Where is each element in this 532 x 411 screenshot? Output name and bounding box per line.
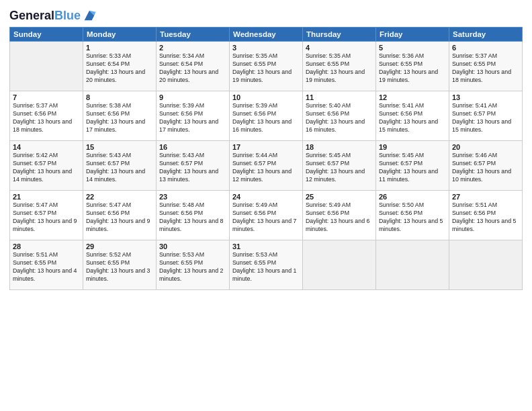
cell-sunrise: Sunrise: 5:39 AMSunset: 6:56 PMDaylight:… bbox=[232, 102, 292, 133]
cell-sunrise: Sunrise: 5:51 AMSunset: 6:56 PMDaylight:… bbox=[452, 201, 516, 232]
cell-sunrise: Sunrise: 5:47 AMSunset: 6:57 PMDaylight:… bbox=[13, 201, 77, 232]
day-number: 14 bbox=[13, 143, 80, 151]
calendar-cell: 11Sunrise: 5:40 AMSunset: 6:56 PMDayligh… bbox=[303, 91, 376, 141]
cell-sunrise: Sunrise: 5:52 AMSunset: 6:55 PMDaylight:… bbox=[86, 251, 150, 282]
day-header-monday: Monday bbox=[83, 28, 157, 42]
calendar-cell: 31Sunrise: 5:53 AMSunset: 6:55 PMDayligh… bbox=[230, 240, 303, 290]
day-number: 21 bbox=[13, 193, 80, 201]
day-header-thursday: Thursday bbox=[303, 28, 376, 42]
day-number: 19 bbox=[379, 143, 446, 151]
calendar-cell: 10Sunrise: 5:39 AMSunset: 6:56 PMDayligh… bbox=[230, 91, 303, 141]
cell-sunrise: Sunrise: 5:37 AMSunset: 6:56 PMDaylight:… bbox=[13, 102, 72, 133]
logo: GeneralBlue bbox=[9, 9, 97, 23]
cell-sunrise: Sunrise: 5:36 AMSunset: 6:55 PMDaylight:… bbox=[379, 52, 438, 83]
calendar-week-row: 1Sunrise: 5:33 AMSunset: 6:54 PMDaylight… bbox=[10, 42, 523, 91]
calendar-cell: 23Sunrise: 5:48 AMSunset: 6:56 PMDayligh… bbox=[157, 191, 230, 240]
calendar-cell: 3Sunrise: 5:35 AMSunset: 6:55 PMDaylight… bbox=[230, 42, 303, 91]
day-number: 28 bbox=[13, 242, 80, 250]
cell-sunrise: Sunrise: 5:45 AMSunset: 6:57 PMDaylight:… bbox=[379, 152, 438, 183]
cell-sunrise: Sunrise: 5:49 AMSunset: 6:56 PMDaylight:… bbox=[232, 201, 296, 232]
calendar-cell bbox=[303, 240, 376, 290]
day-number: 1 bbox=[86, 44, 153, 52]
cell-sunrise: Sunrise: 5:43 AMSunset: 6:57 PMDaylight:… bbox=[86, 152, 145, 183]
calendar-cell: 6Sunrise: 5:37 AMSunset: 6:55 PMDaylight… bbox=[449, 42, 523, 91]
calendar-cell: 22Sunrise: 5:47 AMSunset: 6:56 PMDayligh… bbox=[83, 191, 157, 240]
calendar-cell: 20Sunrise: 5:46 AMSunset: 6:57 PMDayligh… bbox=[449, 141, 523, 191]
calendar-cell: 1Sunrise: 5:33 AMSunset: 6:54 PMDaylight… bbox=[83, 42, 157, 91]
calendar-cell: 27Sunrise: 5:51 AMSunset: 6:56 PMDayligh… bbox=[449, 191, 523, 240]
cell-sunrise: Sunrise: 5:35 AMSunset: 6:55 PMDaylight:… bbox=[232, 52, 292, 83]
day-number: 11 bbox=[306, 93, 373, 101]
cell-sunrise: Sunrise: 5:33 AMSunset: 6:54 PMDaylight:… bbox=[86, 52, 145, 83]
day-number: 27 bbox=[452, 193, 519, 201]
cell-sunrise: Sunrise: 5:49 AMSunset: 6:56 PMDaylight:… bbox=[306, 201, 369, 232]
day-number: 29 bbox=[86, 242, 153, 250]
calendar-cell bbox=[376, 240, 449, 290]
cell-sunrise: Sunrise: 5:41 AMSunset: 6:57 PMDaylight:… bbox=[452, 102, 511, 133]
calendar-cell: 24Sunrise: 5:49 AMSunset: 6:56 PMDayligh… bbox=[230, 191, 303, 240]
day-number: 5 bbox=[379, 44, 446, 52]
cell-sunrise: Sunrise: 5:43 AMSunset: 6:57 PMDaylight:… bbox=[159, 152, 218, 183]
day-number: 23 bbox=[159, 193, 226, 201]
page-container: GeneralBlue SundayMondayTuesdayWednesday… bbox=[0, 0, 532, 297]
day-header-wednesday: Wednesday bbox=[230, 28, 303, 42]
day-number: 6 bbox=[452, 44, 519, 52]
cell-sunrise: Sunrise: 5:45 AMSunset: 6:57 PMDaylight:… bbox=[306, 152, 365, 183]
calendar-cell: 5Sunrise: 5:36 AMSunset: 6:55 PMDaylight… bbox=[376, 42, 449, 91]
calendar-cell: 16Sunrise: 5:43 AMSunset: 6:57 PMDayligh… bbox=[157, 141, 230, 191]
day-number: 13 bbox=[452, 93, 519, 101]
day-header-friday: Friday bbox=[376, 28, 449, 42]
day-number: 16 bbox=[159, 143, 226, 151]
cell-sunrise: Sunrise: 5:48 AMSunset: 6:56 PMDaylight:… bbox=[159, 201, 223, 232]
calendar-table: SundayMondayTuesdayWednesdayThursdayFrid… bbox=[9, 27, 523, 290]
cell-sunrise: Sunrise: 5:41 AMSunset: 6:56 PMDaylight:… bbox=[379, 102, 438, 133]
cell-sunrise: Sunrise: 5:51 AMSunset: 6:55 PMDaylight:… bbox=[13, 251, 77, 282]
calendar-cell: 26Sunrise: 5:50 AMSunset: 6:56 PMDayligh… bbox=[376, 191, 449, 240]
day-number: 24 bbox=[232, 193, 300, 201]
day-number: 20 bbox=[452, 143, 519, 151]
day-header-sunday: Sunday bbox=[10, 28, 83, 42]
day-number: 4 bbox=[306, 44, 373, 52]
cell-sunrise: Sunrise: 5:47 AMSunset: 6:56 PMDaylight:… bbox=[86, 201, 150, 232]
calendar-cell: 29Sunrise: 5:52 AMSunset: 6:55 PMDayligh… bbox=[83, 240, 157, 290]
calendar-cell: 9Sunrise: 5:39 AMSunset: 6:56 PMDaylight… bbox=[157, 91, 230, 141]
cell-sunrise: Sunrise: 5:53 AMSunset: 6:55 PMDaylight:… bbox=[232, 251, 296, 282]
day-number: 18 bbox=[306, 143, 373, 151]
calendar-cell: 25Sunrise: 5:49 AMSunset: 6:56 PMDayligh… bbox=[303, 191, 376, 240]
day-number: 25 bbox=[306, 193, 373, 201]
calendar-cell bbox=[10, 42, 83, 91]
calendar-body: 1Sunrise: 5:33 AMSunset: 6:54 PMDaylight… bbox=[10, 42, 523, 290]
calendar-week-row: 28Sunrise: 5:51 AMSunset: 6:55 PMDayligh… bbox=[10, 240, 523, 290]
day-number: 22 bbox=[86, 193, 153, 201]
calendar-cell: 4Sunrise: 5:35 AMSunset: 6:55 PMDaylight… bbox=[303, 42, 376, 91]
cell-sunrise: Sunrise: 5:42 AMSunset: 6:57 PMDaylight:… bbox=[13, 152, 72, 183]
calendar-cell: 17Sunrise: 5:44 AMSunset: 6:57 PMDayligh… bbox=[230, 141, 303, 191]
calendar-cell: 13Sunrise: 5:41 AMSunset: 6:57 PMDayligh… bbox=[449, 91, 523, 141]
calendar-cell: 19Sunrise: 5:45 AMSunset: 6:57 PMDayligh… bbox=[376, 141, 449, 191]
day-number: 17 bbox=[232, 143, 300, 151]
day-number: 8 bbox=[86, 93, 153, 101]
cell-sunrise: Sunrise: 5:39 AMSunset: 6:56 PMDaylight:… bbox=[159, 102, 218, 133]
cell-sunrise: Sunrise: 5:40 AMSunset: 6:56 PMDaylight:… bbox=[306, 102, 365, 133]
day-number: 10 bbox=[232, 93, 300, 101]
day-number: 26 bbox=[379, 193, 446, 201]
calendar-cell: 8Sunrise: 5:38 AMSunset: 6:56 PMDaylight… bbox=[83, 91, 157, 141]
header: GeneralBlue bbox=[9, 7, 523, 23]
calendar-header-row: SundayMondayTuesdayWednesdayThursdayFrid… bbox=[10, 28, 523, 42]
calendar-week-row: 14Sunrise: 5:42 AMSunset: 6:57 PMDayligh… bbox=[10, 141, 523, 191]
cell-sunrise: Sunrise: 5:44 AMSunset: 6:57 PMDaylight:… bbox=[232, 152, 292, 183]
day-number: 3 bbox=[232, 44, 300, 52]
day-number: 9 bbox=[159, 93, 226, 101]
calendar-cell bbox=[449, 240, 523, 290]
cell-sunrise: Sunrise: 5:38 AMSunset: 6:56 PMDaylight:… bbox=[86, 102, 145, 133]
day-number: 30 bbox=[159, 242, 226, 250]
day-number: 15 bbox=[86, 143, 153, 151]
cell-sunrise: Sunrise: 5:53 AMSunset: 6:55 PMDaylight:… bbox=[159, 251, 223, 282]
calendar-cell: 18Sunrise: 5:45 AMSunset: 6:57 PMDayligh… bbox=[303, 141, 376, 191]
cell-sunrise: Sunrise: 5:46 AMSunset: 6:57 PMDaylight:… bbox=[452, 152, 511, 183]
calendar-cell: 30Sunrise: 5:53 AMSunset: 6:55 PMDayligh… bbox=[157, 240, 230, 290]
logo-text: GeneralBlue bbox=[9, 9, 81, 23]
calendar-cell: 15Sunrise: 5:43 AMSunset: 6:57 PMDayligh… bbox=[83, 141, 157, 191]
day-number: 12 bbox=[379, 93, 446, 101]
calendar-cell: 2Sunrise: 5:34 AMSunset: 6:54 PMDaylight… bbox=[157, 42, 230, 91]
